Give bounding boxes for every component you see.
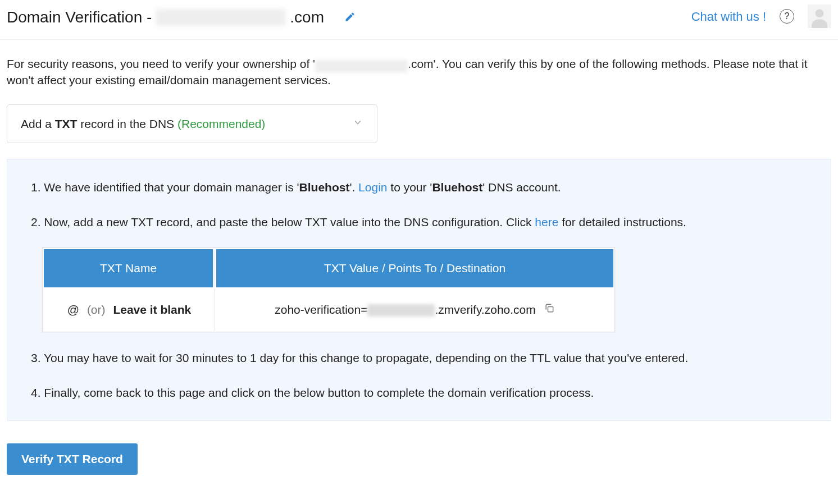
svg-rect-2	[548, 306, 553, 311]
col-header-txt-name: TXT Name	[44, 249, 215, 287]
step1-post: to your '	[387, 181, 432, 194]
svg-point-1	[816, 9, 824, 17]
here-link[interactable]: here	[535, 216, 558, 228]
txt-record-table: TXT Name TXT Value / Points To / Destina…	[42, 248, 615, 332]
txt-name-or: (or)	[87, 303, 106, 316]
col-header-txt-value: TXT Value / Points To / Destination	[216, 249, 613, 287]
step-1: 1. We have identified that your domain m…	[31, 178, 807, 196]
method-label-post: record in the DNS	[77, 117, 177, 130]
page-title: Domain Verification - .com	[7, 6, 356, 29]
verification-method-dropdown[interactable]: Add a TXT record in the DNS (Recommended…	[7, 104, 377, 144]
method-label-bold: TXT	[55, 117, 78, 130]
verification-description: For security reasons, you need to verify…	[7, 56, 831, 89]
recommended-label: (Recommended)	[177, 117, 265, 130]
content: For security reasons, you need to verify…	[0, 40, 838, 421]
title-suffix: .com	[290, 6, 324, 29]
txt-value-cell-wrapper: zoho-verification=.zmverify.zoho.com	[216, 288, 613, 331]
step-3: 3. You may have to wait for 30 minutes t…	[31, 349, 807, 367]
desc-pre: For security reasons, you need to verify…	[7, 57, 315, 70]
table-row: @ (or) Leave it blank zoho-verification=…	[44, 288, 613, 331]
step-4: 4. Finally, come back to this page and c…	[31, 384, 807, 402]
chevron-down-icon	[352, 115, 363, 133]
header-right: Chat with us ! ?	[691, 4, 831, 28]
step2-post: for detailed instructions.	[558, 216, 686, 228]
copy-icon[interactable]	[544, 301, 555, 319]
redacted-domain-inline	[315, 60, 408, 72]
txt-name-at: @	[67, 303, 79, 316]
instructions-panel: 1. We have identified that your domain m…	[7, 159, 831, 421]
help-icon[interactable]: ?	[780, 9, 794, 24]
method-label: Add a TXT record in the DNS (Recommended…	[21, 115, 265, 133]
pencil-icon[interactable]	[344, 6, 356, 29]
title-prefix: Domain Verification -	[7, 6, 152, 29]
login-link[interactable]: Login	[358, 181, 387, 194]
step2-pre: 2. Now, add a new TXT record, and paste …	[31, 216, 535, 228]
txt-value-post: .zmverify.zoho.com	[435, 303, 535, 316]
txt-value: zoho-verification=.zmverify.zoho.com	[275, 301, 536, 319]
txt-value-pre: zoho-verification=	[275, 303, 367, 316]
txt-name-blank: Leave it blank	[113, 303, 191, 316]
chat-link[interactable]: Chat with us !	[691, 7, 766, 26]
redacted-domain	[156, 9, 285, 26]
step1-bluehost: Bluehost	[299, 181, 350, 194]
step1-end: ' DNS account.	[482, 181, 561, 194]
method-label-pre: Add a	[21, 117, 55, 130]
avatar[interactable]	[808, 4, 831, 28]
step-2: 2. Now, add a new TXT record, and paste …	[31, 213, 807, 231]
verify-txt-record-button[interactable]: Verify TXT Record	[7, 443, 138, 475]
redacted-verification-code	[367, 304, 435, 317]
step1-bluehost2: Bluehost	[432, 181, 482, 194]
txt-name-cell: @ (or) Leave it blank	[44, 288, 215, 331]
page-header: Domain Verification - .com Chat with us …	[0, 0, 838, 40]
step1-mid: '.	[349, 181, 358, 194]
step1-pre: 1. We have identified that your domain m…	[31, 181, 299, 194]
